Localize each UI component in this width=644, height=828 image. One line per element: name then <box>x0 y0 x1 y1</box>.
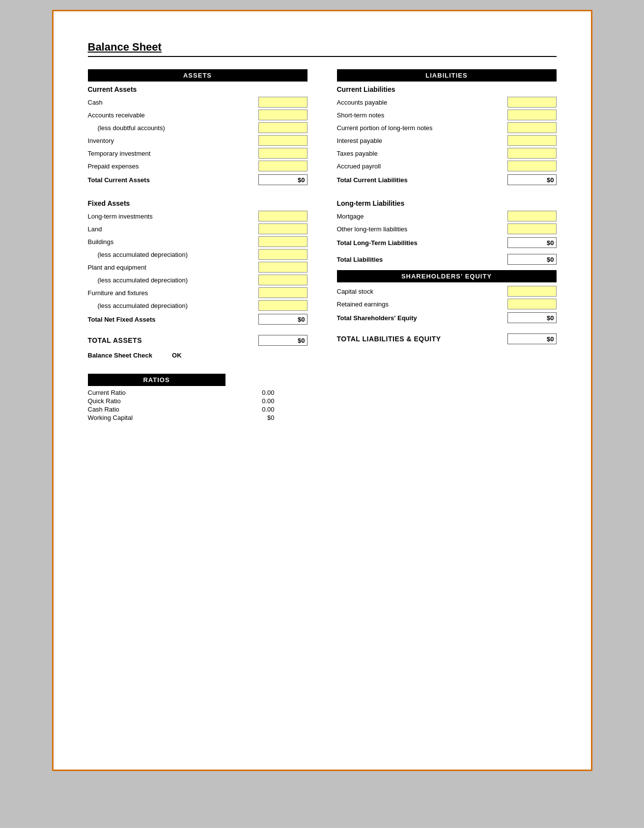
current-liabilities-subheader: Current Liabilities <box>337 85 557 93</box>
retained-earnings-label: Retained earnings <box>337 301 507 308</box>
total-long-term-liabilities-row: Total Long-Term Liabilities $0 <box>337 237 557 248</box>
accounts-payable-row: Accounts payable <box>337 96 557 108</box>
total-current-liabilities-label: Total Current Liabilities <box>337 176 507 184</box>
prepaid-expenses-label: Prepaid expenses <box>88 163 258 170</box>
interest-payable-row: Interest payable <box>337 135 557 146</box>
taxes-payable-input[interactable] <box>507 148 557 159</box>
other-long-term-row: Other long-term liabilities <box>337 223 557 235</box>
prepaid-expenses-row: Prepaid expenses <box>88 160 308 172</box>
inventory-label: Inventory <box>88 137 258 144</box>
total-liabilities-equity-row: TOTAL LIABILITIES & EQUITY $0 <box>337 333 557 344</box>
mortgage-label: Mortgage <box>337 213 507 220</box>
cash-label: Cash <box>88 99 258 106</box>
land-row: Land <box>88 223 308 235</box>
total-liabilities-equity-value: $0 <box>507 333 557 344</box>
accrued-payroll-row: Accrued payroll <box>337 160 557 172</box>
long-term-investments-label: Long-term investments <box>88 213 258 220</box>
total-fixed-assets-label: Total Net Fixed Assets <box>88 316 258 323</box>
furniture-fixtures-input[interactable] <box>258 287 308 298</box>
inventory-input[interactable] <box>258 135 308 146</box>
fixed-assets-subheader: Fixed Assets <box>88 199 308 207</box>
quick-ratio-row: Quick Ratio 0.00 <box>88 397 275 405</box>
furniture-depreciation-input[interactable] <box>258 300 308 311</box>
short-term-notes-row: Short-term notes <box>337 109 557 121</box>
current-ratio-label: Current Ratio <box>88 389 126 396</box>
furniture-depreciation-row: (less accumulated depreciation) <box>88 300 308 311</box>
capital-stock-label: Capital stock <box>337 288 507 295</box>
total-assets-value: $0 <box>258 335 308 346</box>
taxes-payable-label: Taxes payable <box>337 150 507 157</box>
total-current-liabilities-value: $0 <box>507 174 557 185</box>
plant-depreciation-input[interactable] <box>258 275 308 285</box>
balance-check-value: OK <box>172 352 182 359</box>
total-liabilities-value: $0 <box>507 254 557 265</box>
temporary-investment-label: Temporary investment <box>88 150 258 157</box>
main-content: ASSETS Current Assets Cash Accounts rece… <box>88 69 557 422</box>
total-current-assets-row: Total Current Assets $0 <box>88 174 308 186</box>
accounts-receivable-label: Accounts receivable <box>88 111 258 119</box>
current-portion-long-term-input[interactable] <box>507 122 557 133</box>
less-doubtful-input[interactable] <box>258 122 308 133</box>
other-long-term-input[interactable] <box>507 223 557 234</box>
accrued-payroll-label: Accrued payroll <box>337 163 507 170</box>
short-term-notes-label: Short-term notes <box>337 111 507 119</box>
total-fixed-assets-value: $0 <box>258 314 308 325</box>
retained-earnings-input[interactable] <box>507 299 557 309</box>
land-input[interactable] <box>258 223 308 234</box>
other-long-term-label: Other long-term liabilities <box>337 225 507 233</box>
current-assets-subheader: Current Assets <box>88 85 308 93</box>
temporary-investment-row: Temporary investment <box>88 147 308 159</box>
current-portion-long-term-label: Current portion of long-term notes <box>337 124 507 132</box>
total-liabilities-equity-label: TOTAL LIABILITIES & EQUITY <box>337 335 441 343</box>
total-liabilities-row: Total Liabilities $0 <box>337 253 557 265</box>
working-capital-value: $0 <box>267 414 274 421</box>
total-shareholders-equity-row: Total Shareholders' Equity $0 <box>337 312 557 324</box>
plant-equipment-input[interactable] <box>258 262 308 273</box>
mortgage-row: Mortgage <box>337 210 557 222</box>
current-portion-long-term-row: Current portion of long-term notes <box>337 122 557 134</box>
taxes-payable-row: Taxes payable <box>337 147 557 159</box>
balance-sheet-page: Balance Sheet ASSETS Current Assets Cash… <box>52 10 592 771</box>
page-title: Balance Sheet <box>88 41 557 54</box>
assets-header: ASSETS <box>88 69 308 82</box>
liabilities-column: LIABILITIES Current Liabilities Accounts… <box>337 69 557 422</box>
cash-input[interactable] <box>258 97 308 108</box>
temporary-investment-input[interactable] <box>258 148 308 159</box>
total-long-term-liabilities-label: Total Long-Term Liabilities <box>337 239 507 247</box>
plant-equipment-row: Plant and equipment <box>88 261 308 273</box>
working-capital-row: Working Capital $0 <box>88 414 275 421</box>
long-term-investments-row: Long-term investments <box>88 210 308 222</box>
total-assets-row: TOTAL ASSETS $0 <box>88 335 308 346</box>
long-term-liabilities-subheader: Long-term Liabilities <box>337 199 557 207</box>
total-shareholders-equity-value: $0 <box>507 312 557 323</box>
capital-stock-input[interactable] <box>507 286 557 297</box>
retained-earnings-row: Retained earnings <box>337 298 557 310</box>
less-doubtful-row: (less doubtful accounts) <box>88 122 308 134</box>
short-term-notes-input[interactable] <box>507 110 557 120</box>
inventory-row: Inventory <box>88 135 308 146</box>
accrued-payroll-input[interactable] <box>507 161 557 171</box>
buildings-depreciation-input[interactable] <box>258 249 308 260</box>
less-doubtful-label: (less doubtful accounts) <box>98 124 258 132</box>
total-current-assets-label: Total Current Assets <box>88 176 258 184</box>
total-shareholders-equity-label: Total Shareholders' Equity <box>337 314 507 322</box>
buildings-input[interactable] <box>258 236 308 247</box>
balance-check-label: Balance Sheet Check <box>88 352 153 359</box>
cash-ratio-label: Cash Ratio <box>88 406 119 413</box>
current-ratio-value: 0.00 <box>262 389 274 396</box>
plant-depreciation-row: (less accumulated depreciation) <box>88 274 308 286</box>
accounts-payable-input[interactable] <box>507 97 557 108</box>
buildings-label: Buildings <box>88 238 258 246</box>
accounts-receivable-input[interactable] <box>258 110 308 120</box>
ratios-section: RATIOS Current Ratio 0.00 Quick Ratio 0.… <box>88 374 308 421</box>
liabilities-header: LIABILITIES <box>337 69 557 82</box>
furniture-fixtures-row: Furniture and fixtures <box>88 287 308 299</box>
ratios-header: RATIOS <box>88 374 225 386</box>
total-assets-label: TOTAL ASSETS <box>88 336 142 344</box>
interest-payable-label: Interest payable <box>337 137 507 144</box>
long-term-investments-input[interactable] <box>258 211 308 221</box>
interest-payable-input[interactable] <box>507 135 557 146</box>
mortgage-input[interactable] <box>507 211 557 221</box>
balance-check-row: Balance Sheet Check OK <box>88 352 308 359</box>
prepaid-expenses-input[interactable] <box>258 161 308 171</box>
